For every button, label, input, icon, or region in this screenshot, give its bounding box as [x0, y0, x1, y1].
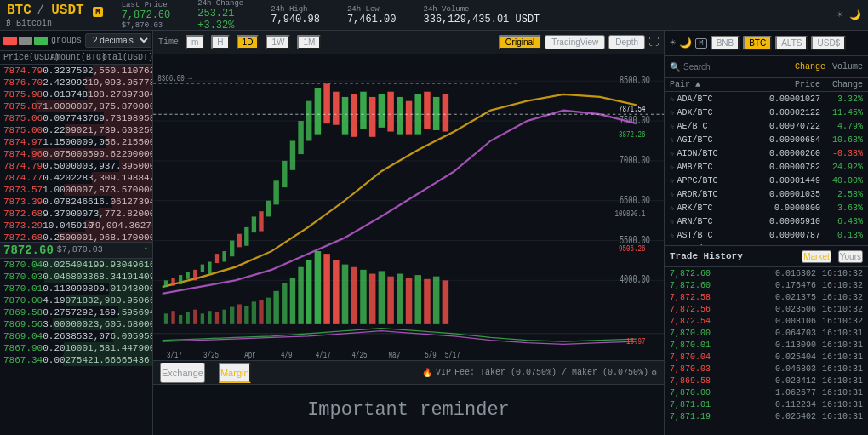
market-button[interactable]: Market — [802, 250, 831, 263]
svg-rect-75 — [351, 267, 358, 324]
decimals-select[interactable]: 2 decimals — [85, 33, 151, 48]
trade-price: 7,872.60 — [670, 281, 712, 290]
yours-button[interactable]: Yours — [838, 250, 863, 263]
ob-ask-row[interactable]: 7873.39 0.078246 616.06127394 — [0, 196, 152, 208]
pair-list-item[interactable]: ☆ ADX/BTC 0.00002122 11.45% — [665, 106, 868, 119]
chain-bnb[interactable]: BNB — [711, 36, 740, 50]
last-price-stat: Last Price 7,872.60 $7,870.03 — [113, 1, 180, 30]
col-pair-header: Pair ▲ — [670, 80, 761, 89]
pair-title: BTC / USDT M — [7, 3, 103, 18]
view-tradingview[interactable]: TradingView — [545, 35, 605, 49]
pair-price: 0.00001027 — [761, 94, 820, 104]
svg-rect-36 — [351, 94, 358, 137]
pair-list-item[interactable]: ☆ ADA/BTC 0.00001027 3.32% — [665, 92, 868, 106]
svg-rect-84 — [433, 277, 440, 324]
chain-usd[interactable]: USD$ — [811, 36, 846, 50]
col-amount-header: Amount(BTC) — [50, 53, 97, 62]
ob-ask-row[interactable]: 7875.06 0.097743 769.73198958 — [0, 112, 152, 124]
trade-price: 7,869.58 — [670, 376, 712, 386]
trade-amount: 0.025404 — [712, 352, 816, 362]
up-arrow-icon: ↑ — [143, 244, 149, 256]
svg-text:4000.00: 4000.00 — [620, 274, 650, 286]
ob-ask-row[interactable]: 7873.29 10.045910 79,094.36274390 — [0, 220, 152, 232]
ob-ask-row[interactable]: 7874.79 0.323750 2,550.11076250 — [0, 65, 152, 77]
tf-1d[interactable]: 1D — [237, 35, 260, 49]
moon-icon[interactable]: 🌙 — [849, 9, 861, 20]
ob-ask-row[interactable]: 7875.00 0.220902 1,739.60325000 — [0, 124, 152, 136]
svg-rect-72 — [323, 254, 330, 324]
svg-rect-65 — [266, 298, 271, 324]
tf-h[interactable]: H — [211, 35, 229, 49]
ob-bids: 7870.04 0.025404 199.93049616 7870.03 0.… — [0, 259, 152, 436]
ob-bid-row[interactable]: 7869.04 0.263853 2,076.00595812 — [0, 330, 152, 342]
svg-rect-52 — [171, 311, 174, 324]
ob-bid-row[interactable]: 7870.04 0.025404 199.93049616 — [0, 259, 152, 271]
tf-1m[interactable]: 1M — [297, 35, 321, 49]
pair-list-item[interactable]: ☆ ARK/BTC 0.0000800 3.63% — [665, 201, 868, 215]
pair-list-item[interactable]: ☆ ARN/BTC 0.00005910 6.43% — [665, 215, 868, 228]
ob-bid-row[interactable]: 7869.56 3.000000 23,605.68000000 — [0, 318, 152, 330]
svg-rect-76 — [360, 270, 367, 324]
svg-rect-69 — [298, 267, 303, 324]
fire-icon: 🔥 — [422, 368, 432, 378]
svg-rect-16 — [193, 270, 197, 280]
ob-bid-row[interactable]: 7867.34 0.002754 21.66665436 — [0, 354, 152, 366]
trade-price: 7,871.19 — [670, 412, 712, 421]
svg-text:3/25: 3/25 — [203, 350, 219, 360]
trade-history-item: 7,870.04 0.025404 16:10:31 — [665, 351, 868, 363]
view-depth[interactable]: Depth — [608, 35, 645, 49]
moon-icon[interactable]: 🌙 — [679, 37, 692, 49]
pair-list-item[interactable]: ☆ AMB/BTC 0.00000782 24.92% — [665, 160, 868, 174]
chain-alts[interactable]: ALTS — [775, 36, 808, 50]
pair-info: BTC / USDT M ₿ Bitcoin — [7, 3, 103, 28]
sun-icon[interactable]: ☀ — [837, 9, 842, 20]
view-original[interactable]: Original — [499, 35, 541, 49]
chart-view-buttons: Original TradingView Depth ⛶ — [499, 35, 659, 49]
tab-margin[interactable]: Margin — [219, 363, 251, 383]
svg-rect-74 — [342, 265, 349, 324]
tf-1w[interactable]: 1W — [266, 35, 290, 49]
pair-price: 0.00000684 — [761, 135, 820, 145]
ob-asks: 7874.79 0.323750 2,550.11076250 7876.70 … — [0, 65, 152, 242]
pair-list-item[interactable]: ☆ AION/BTC 0.00000260 -0.38% — [665, 146, 868, 160]
svg-rect-34 — [333, 92, 340, 125]
change-stat: 24h Change 253.21 +3.32% — [189, 0, 252, 31]
volume-radio-label[interactable]: Volume — [832, 62, 863, 72]
ob-bid-row[interactable]: 7869.58 0.275729 2,169.59569482 — [0, 306, 152, 318]
ob-bid-row[interactable]: 7867.90 0.201000 1,581.44790000 — [0, 342, 152, 354]
trade-time: 16:10:32 — [816, 305, 863, 314]
ob-ask-row[interactable]: 7874.79 0.500000 3,937.39500000 — [0, 160, 152, 172]
trade-price: 7,872.60 — [670, 269, 712, 278]
ob-ask-row[interactable]: 7872.68 0.250000 1,968.17000000 — [0, 232, 152, 242]
ob-ask-row[interactable]: 7874.96 0.075000 590.62200000 — [0, 148, 152, 160]
pair-price: 0.00000787 — [761, 231, 820, 240]
sun-icon[interactable]: ☀ — [670, 37, 676, 49]
pair-name: AMB/BTC — [677, 163, 761, 172]
ob-ask-row[interactable]: 7875.87 1.000000 7,875.87000000 — [0, 100, 152, 112]
pair-list-item[interactable]: ☆ AE/BTC 0.00070722 4.79% — [665, 119, 868, 133]
tab-exchange[interactable]: Exchange — [160, 363, 205, 383]
trade-amount: 0.021375 — [712, 293, 816, 302]
ob-ask-row[interactable]: 7873.57 1.000000 7,873.57000000 — [0, 184, 152, 196]
ob-ask-row[interactable]: 7874.97 1.150000 9,056.21550000 — [0, 136, 152, 148]
ob-ask-row[interactable]: 7876.70 2.423992 19,093.05778640 — [0, 77, 152, 89]
ob-ask-row[interactable]: 7872.68 9.370000 73,772.82000000 — [0, 208, 152, 220]
ob-ask-row[interactable]: 7874.77 0.420228 3,309.19884756 — [0, 172, 152, 184]
pair-list-item[interactable]: ☆ APPC/BTC 0.00001449 40.00% — [665, 174, 868, 187]
ob-bid-row[interactable]: 7870.03 0.046803 368.34101409 — [0, 271, 152, 283]
change-radio-label[interactable]: Change — [795, 62, 825, 72]
tf-m[interactable]: m — [186, 35, 204, 49]
pair-name: ADA/BTC — [677, 94, 761, 104]
pair-list-item[interactable]: ☆ ARDR/BTC 0.00001035 2.58% — [665, 187, 868, 201]
ob-bid-row[interactable]: 7870.01 0.113090 890.01943090 — [0, 283, 152, 295]
chain-btc[interactable]: BTC — [743, 36, 772, 50]
star-icon: ☆ — [670, 190, 674, 199]
pair-price: 0.00001035 — [761, 190, 820, 199]
search-input[interactable] — [683, 62, 791, 72]
expand-icon[interactable]: ⛶ — [648, 36, 659, 49]
ob-ask-row[interactable]: 7875.98 0.013748 108.27897304 — [0, 89, 152, 100]
pair-list-item[interactable]: ☆ AGI/BTC 0.00000684 10.68% — [665, 133, 868, 146]
settings-icon[interactable]: ⚙ — [652, 368, 657, 378]
ob-bid-row[interactable]: 7870.00 4.190718 32,980.95066000 — [0, 295, 152, 306]
pair-list-item[interactable]: ☆ AST/BTC 0.00000787 0.13% — [665, 228, 868, 242]
